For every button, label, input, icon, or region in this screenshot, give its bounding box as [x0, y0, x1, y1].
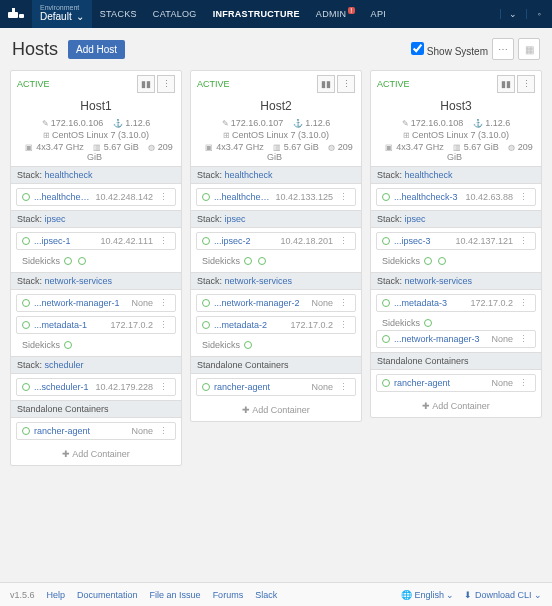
footer-forums[interactable]: Forums: [213, 590, 244, 600]
stack-link[interactable]: network-services: [225, 276, 293, 286]
add-host-button[interactable]: Add Host: [68, 40, 125, 59]
stack-link[interactable]: network-services: [405, 276, 473, 286]
service-row[interactable]: rancher-agentNone⋮: [196, 378, 356, 396]
host-menu-button[interactable]: ⋮: [517, 75, 535, 93]
add-container-button[interactable]: ✚ Add Container: [191, 400, 361, 421]
download-cli[interactable]: ⬇ Download CLI ⌄: [464, 590, 542, 600]
stack-link[interactable]: network-services: [45, 276, 113, 286]
service-menu-icon[interactable]: ⋮: [517, 298, 530, 308]
service-name[interactable]: ...metadata-3: [394, 298, 466, 308]
service-row[interactable]: ...metadata-2172.17.0.2⋮: [196, 316, 356, 334]
service-row[interactable]: ...metadata-1172.17.0.2⋮: [16, 316, 176, 334]
host-pause-button[interactable]: ▮▮: [317, 75, 335, 93]
nav-api[interactable]: API: [363, 0, 394, 28]
service-row[interactable]: ...healthcheck-310.42.63.88⋮: [376, 188, 536, 206]
service-menu-icon[interactable]: ⋮: [337, 298, 350, 308]
environment-selected: Default: [40, 11, 72, 23]
stack-body: ...ipsec-310.42.137.121⋮Sidekicks: [371, 228, 541, 272]
service-name[interactable]: ...ipsec-3: [394, 236, 451, 246]
service-name[interactable]: ...ipsec-2: [214, 236, 276, 246]
show-system-toggle[interactable]: Show System: [411, 42, 488, 57]
nav-admin[interactable]: ADMIN!: [308, 0, 363, 28]
sidekicks-row: Sidekicks: [16, 338, 176, 352]
stack-link[interactable]: scheduler: [45, 360, 84, 370]
host-pause-button[interactable]: ▮▮: [137, 75, 155, 93]
view-options-button[interactable]: ⋯: [492, 38, 514, 60]
service-row[interactable]: ...healthcheck-110.42.133.125⋮: [196, 188, 356, 206]
service-menu-icon[interactable]: ⋮: [517, 334, 530, 344]
nav-infrastructure[interactable]: INFRASTRUCTURE: [205, 0, 308, 28]
service-row[interactable]: ...network-manager-1None⋮: [16, 294, 176, 312]
language-selector[interactable]: 🌐 English ⌄: [401, 590, 455, 600]
service-menu-icon[interactable]: ⋮: [337, 382, 350, 392]
service-name[interactable]: ...metadata-1: [34, 320, 106, 330]
os-icon: ⊞: [43, 131, 50, 140]
service-name[interactable]: ...network-manager-3: [394, 334, 487, 344]
service-menu-icon[interactable]: ⋮: [517, 192, 530, 202]
grid-view-button[interactable]: ▦: [518, 38, 540, 60]
host-name[interactable]: Host2: [191, 97, 361, 117]
service-row[interactable]: ...ipsec-310.42.137.121⋮: [376, 232, 536, 250]
service-row[interactable]: rancher-agentNone⋮: [16, 422, 176, 440]
show-system-checkbox[interactable]: [411, 42, 424, 55]
environment-selector[interactable]: Environment Default ⌄: [32, 0, 92, 28]
service-name[interactable]: ...scheduler-1: [34, 382, 91, 392]
service-name[interactable]: ...network-manager-1: [34, 298, 127, 308]
nav-stacks[interactable]: STACKS: [92, 0, 145, 28]
service-name[interactable]: ...healthcheck-1: [214, 192, 271, 202]
host-name[interactable]: Host3: [371, 97, 541, 117]
service-row[interactable]: ...network-manager-2None⋮: [196, 294, 356, 312]
host-menu-button[interactable]: ⋮: [157, 75, 175, 93]
service-row[interactable]: ...metadata-3172.17.0.2⋮: [376, 294, 536, 312]
footer-issue[interactable]: File an Issue: [150, 590, 201, 600]
service-menu-icon[interactable]: ⋮: [157, 192, 170, 202]
service-row[interactable]: ...ipsec-110.42.42.111⋮: [16, 232, 176, 250]
stack-link[interactable]: healthcheck: [45, 170, 93, 180]
service-name[interactable]: rancher-agent: [214, 382, 307, 392]
footer-slack[interactable]: Slack: [255, 590, 277, 600]
add-container-button[interactable]: ✚ Add Container: [11, 444, 181, 465]
stack-link[interactable]: healthcheck: [405, 170, 453, 180]
service-row[interactable]: rancher-agentNone⋮: [376, 374, 536, 392]
service-row[interactable]: ...ipsec-210.42.18.201⋮: [196, 232, 356, 250]
service-name[interactable]: ...network-manager-2: [214, 298, 307, 308]
footer-docs[interactable]: Documentation: [77, 590, 138, 600]
host-name[interactable]: Host1: [11, 97, 181, 117]
service-menu-icon[interactable]: ⋮: [157, 426, 170, 436]
service-name[interactable]: ...metadata-2: [214, 320, 286, 330]
brand-logo[interactable]: [0, 8, 32, 20]
service-menu-icon[interactable]: ⋮: [517, 378, 530, 388]
service-menu-icon[interactable]: ⋮: [337, 236, 350, 246]
service-menu-icon[interactable]: ⋮: [157, 298, 170, 308]
footer-help[interactable]: Help: [47, 590, 66, 600]
stack-link[interactable]: ipsec: [45, 214, 66, 224]
add-container-button[interactable]: ✚ Add Container: [371, 396, 541, 417]
host-pause-button[interactable]: ▮▮: [497, 75, 515, 93]
nav-catalog[interactable]: CATALOG: [145, 0, 205, 28]
service-name[interactable]: ...healthcheck-3: [394, 192, 461, 202]
host-meta-row1: ✎172.16.0.106⚓1.12.6: [11, 117, 181, 129]
sidekick-dot-icon: [424, 257, 432, 265]
service-name[interactable]: ...ipsec-1: [34, 236, 96, 246]
sidekick-dot-icon: [64, 257, 72, 265]
service-name[interactable]: ...healthcheck-2: [34, 192, 91, 202]
service-menu-icon[interactable]: ⋮: [337, 192, 350, 202]
service-row[interactable]: ...network-manager-3None⋮: [376, 330, 536, 348]
host-menu-button[interactable]: ⋮: [337, 75, 355, 93]
status-dot-icon: [202, 193, 210, 201]
user-menu[interactable]: ⌄: [500, 9, 526, 19]
stack-link[interactable]: ipsec: [405, 214, 426, 224]
service-menu-icon[interactable]: ⋮: [157, 382, 170, 392]
service-name[interactable]: rancher-agent: [34, 426, 127, 436]
service-row[interactable]: ...healthcheck-210.42.248.142⋮: [16, 188, 176, 206]
service-menu-icon[interactable]: ⋮: [157, 320, 170, 330]
stack-link[interactable]: ipsec: [225, 214, 246, 224]
service-menu-icon[interactable]: ⋮: [157, 236, 170, 246]
service-row[interactable]: ...scheduler-110.42.179.228⋮: [16, 378, 176, 396]
standalone-header: Standalone Containers: [11, 400, 181, 418]
service-menu-icon[interactable]: ⋮: [517, 236, 530, 246]
service-menu-icon[interactable]: ⋮: [337, 320, 350, 330]
stack-link[interactable]: healthcheck: [225, 170, 273, 180]
nav-extra-button[interactable]: ◦: [526, 9, 552, 19]
service-name[interactable]: rancher-agent: [394, 378, 487, 388]
